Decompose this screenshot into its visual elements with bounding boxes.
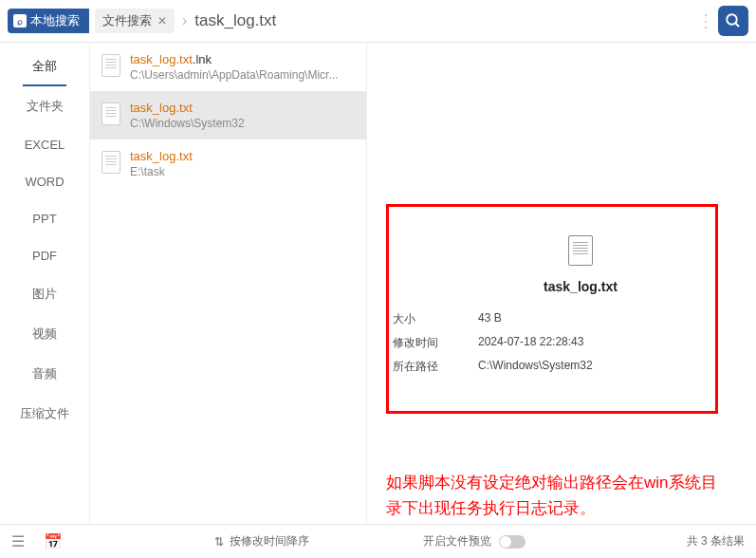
more-icon[interactable]: ⋮ xyxy=(697,10,712,31)
sidebar-item-folder[interactable]: 文件夹 xyxy=(0,86,89,126)
search-query-text[interactable]: task_log.txt xyxy=(194,11,276,30)
tab-label: 文件搜索 xyxy=(102,12,152,29)
tab-local-search[interactable]: ⌕ 本地搜索 xyxy=(8,9,89,33)
sidebar-item-pdf[interactable]: PDF xyxy=(0,237,89,274)
file-icon xyxy=(568,235,593,266)
preview-filename: task_log.txt xyxy=(544,279,618,294)
close-icon[interactable]: ✕ xyxy=(157,14,167,28)
sidebar-item-excel[interactable]: EXCEL xyxy=(0,126,89,163)
preview-toggle[interactable]: 开启文件预览 xyxy=(423,533,526,549)
preview-panel: task_log.txt 大小 43 B 修改时间 2024-07-18 22:… xyxy=(367,43,756,524)
file-icon xyxy=(101,54,120,77)
result-path: E:\task xyxy=(130,165,355,178)
file-icon xyxy=(101,151,120,174)
result-item[interactable]: task_log.txt E:\task xyxy=(90,140,366,188)
result-filename: task_log.txt xyxy=(130,149,355,163)
sidebar-item-video[interactable]: 视频 xyxy=(0,314,89,354)
tab-file-search[interactable]: 文件搜索 ✕ xyxy=(95,9,175,33)
settings-icon[interactable]: ☰ xyxy=(11,532,25,550)
main-content: 全部 文件夹 EXCEL WORD PPT PDF 图片 视频 音频 压缩文件 … xyxy=(0,43,756,524)
result-item[interactable]: task_log.txt C:\Windows\System32 xyxy=(90,91,366,140)
sidebar-item-audio[interactable]: 音频 xyxy=(0,354,89,394)
result-count: 共 3 条结果 xyxy=(687,533,745,549)
magnifier-icon xyxy=(725,12,742,29)
header-bar: ⌕ 本地搜索 文件搜索 ✕ › task_log.txt ⋮ xyxy=(0,0,756,43)
detail-path: 所在路径 C:\Windows\System32 xyxy=(393,359,696,375)
category-sidebar: 全部 文件夹 EXCEL WORD PPT PDF 图片 视频 音频 压缩文件 xyxy=(0,43,90,524)
svg-point-0 xyxy=(727,14,737,25)
sidebar-item-word[interactable]: WORD xyxy=(0,163,89,200)
detail-size: 大小 43 B xyxy=(393,311,696,327)
sidebar-item-all[interactable]: 全部 xyxy=(23,46,66,86)
sidebar-item-archive[interactable]: 压缩文件 xyxy=(0,394,89,434)
detail-modified: 修改时间 2024-07-18 22:28:43 xyxy=(393,335,696,351)
result-item[interactable]: task_log.txt.lnk C:\Users\admin\AppData\… xyxy=(90,43,366,91)
search-icon: ⌕ xyxy=(13,14,27,28)
sidebar-item-ppt[interactable]: PPT xyxy=(0,200,89,237)
file-icon xyxy=(101,102,120,125)
annotation-box: task_log.txt 大小 43 B 修改时间 2024-07-18 22:… xyxy=(386,204,718,414)
search-button[interactable] xyxy=(718,6,748,36)
calendar-icon[interactable]: 📅 xyxy=(44,532,63,550)
result-path: C:\Windows\System32 xyxy=(130,117,355,130)
toggle-switch[interactable] xyxy=(499,535,526,549)
sort-icon: ⇅ xyxy=(214,535,224,549)
svg-line-1 xyxy=(735,23,739,27)
tab-label: 本地搜索 xyxy=(30,12,80,29)
sidebar-item-image[interactable]: 图片 xyxy=(0,274,89,314)
breadcrumb-separator: › xyxy=(182,12,187,29)
sort-button[interactable]: ⇅ 按修改时间降序 xyxy=(214,533,309,549)
footer-bar: ☰ 📅 ⇅ 按修改时间降序 开启文件预览 共 3 条结果 xyxy=(0,524,756,558)
annotation-text: 如果脚本没有设定绝对输出路径会在win系统目录下出现任务执行日志记录。 xyxy=(386,470,728,521)
result-filename: task_log.txt.lnk xyxy=(130,52,355,66)
result-path: C:\Users\admin\AppData\Roaming\Micr... xyxy=(130,68,355,82)
results-list: task_log.txt.lnk C:\Users\admin\AppData\… xyxy=(90,43,367,524)
result-filename: task_log.txt xyxy=(130,101,355,115)
